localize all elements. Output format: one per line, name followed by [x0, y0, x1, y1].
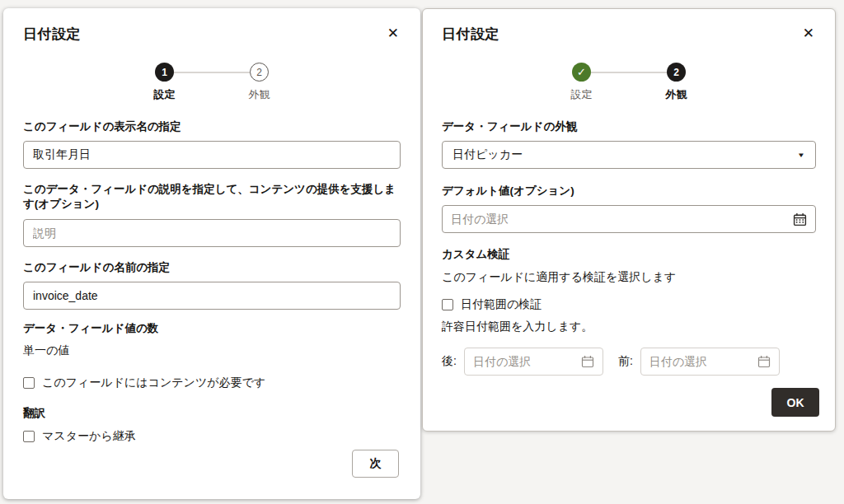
step2-indicator: 2 [250, 63, 269, 82]
calendar-icon[interactable] [757, 355, 771, 368]
date-range-inputs: 後: 前: [442, 348, 816, 376]
before-date-field[interactable] [640, 348, 780, 376]
default-value-field[interactable] [442, 205, 816, 233]
dialog-header: 日付設定 ✕ [23, 25, 401, 44]
step1-done-check-icon: ✓ [572, 63, 591, 82]
stepper-step-appearance[interactable]: 2 外観 [652, 63, 701, 102]
close-icon[interactable]: ✕ [386, 25, 401, 42]
appearance-select[interactable]: 日付ピッカー ▼ [442, 141, 816, 169]
calendar-icon[interactable] [793, 212, 807, 226]
stepper-step-settings[interactable]: 1 設定 [140, 63, 190, 102]
translation-label: 翻訳 [23, 406, 401, 421]
description-label: このデータ・フィールドの説明を指定して、コンテンツの提供を支援します(オプション… [23, 182, 401, 212]
stepper-step-appearance[interactable]: 2 外観 [235, 63, 284, 102]
before-label: 前: [618, 354, 633, 369]
value-count-label: データ・フィールド値の数 [23, 321, 401, 336]
required-checkbox-row[interactable]: このフィールドにはコンテンツが必要です [23, 376, 401, 390]
dialog-header: 日付設定 ✕ [442, 25, 816, 44]
value-count-value: 単一の値 [23, 343, 401, 358]
dialog-title: 日付設定 [23, 25, 81, 44]
inherit-checkbox-row[interactable]: マスターから継承 [23, 429, 401, 444]
step2-label: 外観 [249, 87, 270, 102]
range-hint: 許容日付範囲を入力します。 [442, 320, 816, 334]
step2-indicator: 2 [667, 63, 686, 82]
step1-label: 設定 [571, 87, 593, 102]
date-settings-dialog-step1: 日付設定 ✕ 1 設定 2 外観 このフィールドの表示名の指定 このデータ・フィ… [3, 8, 420, 499]
date-range-checkbox[interactable] [442, 299, 453, 310]
default-value-input[interactable] [451, 212, 793, 226]
step1-label: 設定 [154, 87, 176, 102]
custom-validation-description: このフィールドに適用する検証を選択します [442, 270, 816, 285]
field-name-input[interactable] [23, 282, 401, 310]
description-input[interactable] [23, 219, 401, 247]
step1-indicator: 1 [155, 63, 174, 82]
stepper: 1 設定 2 外観 [23, 63, 401, 102]
stepper-step-settings[interactable]: ✓ 設定 [557, 63, 607, 102]
appearance-selected-value: 日付ピッカー [452, 147, 797, 162]
required-checkbox-label: このフィールドにはコンテンツが必要です [42, 376, 265, 390]
appearance-label: データ・フィールドの外観 [442, 119, 816, 134]
next-button[interactable]: 次 [352, 450, 399, 478]
close-icon[interactable]: ✕ [801, 25, 816, 42]
after-date-input[interactable] [473, 355, 581, 368]
display-name-input[interactable] [23, 141, 401, 169]
date-range-checkbox-label: 日付範囲の検証 [461, 297, 542, 312]
step2-label: 外観 [666, 87, 687, 102]
dialog-title: 日付設定 [442, 25, 499, 44]
inherit-checkbox-label: マスターから継承 [42, 429, 136, 444]
after-date-field[interactable] [464, 348, 603, 376]
calendar-icon[interactable] [581, 355, 594, 368]
default-value-label: デフォルト値(オプション) [442, 184, 816, 198]
stepper: ✓ 設定 2 外観 [442, 63, 816, 102]
before-date-input[interactable] [649, 355, 757, 368]
custom-validation-label: カスタム検証 [442, 247, 816, 262]
after-label: 後: [442, 354, 457, 369]
ok-button[interactable]: OK [771, 388, 819, 417]
inherit-checkbox[interactable] [23, 431, 35, 442]
field-name-label: このフィールドの名前の指定 [23, 260, 401, 275]
chevron-down-icon: ▼ [797, 152, 805, 159]
date-range-checkbox-row[interactable]: 日付範囲の検証 [442, 297, 816, 312]
required-checkbox[interactable] [23, 377, 35, 389]
display-name-label: このフィールドの表示名の指定 [23, 119, 401, 134]
date-settings-dialog-step2: 日付設定 ✕ ✓ 設定 2 外観 データ・フィールドの外観 日付ピッカー ▼ デ… [422, 8, 836, 432]
